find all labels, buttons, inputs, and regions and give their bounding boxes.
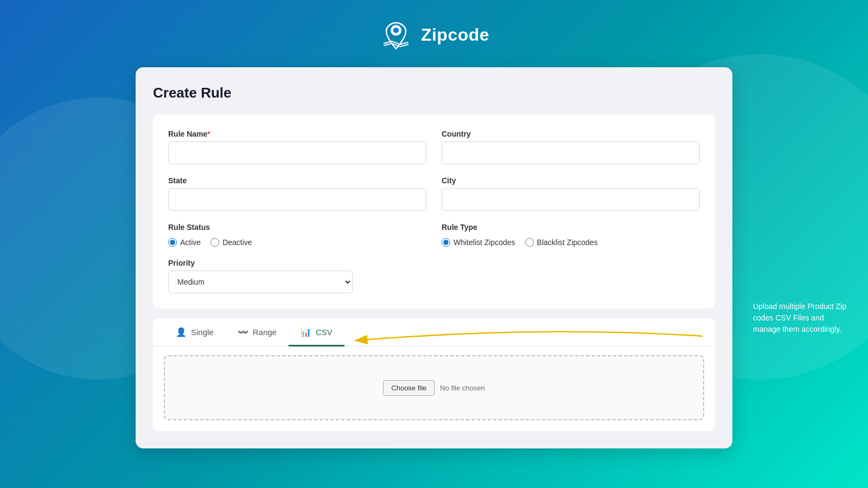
form-row-1: Rule Name* Country	[168, 130, 700, 164]
rule-status-group: Rule Status Active Deactive	[168, 223, 426, 247]
upload-area: Choose file No file chosen	[164, 355, 704, 420]
tab-range[interactable]: 〰️ Range	[226, 318, 289, 346]
form-row-2: State City	[168, 176, 700, 211]
city-input[interactable]	[442, 188, 700, 211]
annotation-text: Upload multiple Product Zip codes CSV Fi…	[753, 301, 851, 335]
city-label: City	[442, 176, 700, 185]
range-icon: 〰️	[238, 327, 248, 337]
priority-label: Priority	[168, 259, 353, 267]
city-group: City	[442, 176, 700, 211]
annotation-container: Upload multiple Product Zip codes CSV Fi…	[753, 301, 851, 335]
page-title: Create Rule	[153, 85, 715, 101]
app-title: Zipcode	[421, 25, 489, 45]
state-input[interactable]	[168, 188, 426, 211]
rule-type-radio-group: Whitelist Zipcodes Blacklist Zipcodes	[442, 238, 700, 247]
rule-name-input[interactable]	[168, 142, 426, 164]
rule-status-label: Rule Status	[168, 223, 426, 232]
file-input-wrapper: Choose file No file chosen	[383, 380, 484, 396]
rule-type-group: Rule Type Whitelist Zipcodes Blacklist Z…	[442, 223, 700, 247]
csv-icon: 📊	[301, 327, 311, 337]
single-icon: 👤	[176, 327, 187, 337]
priority-group: Priority Low Medium High	[168, 259, 353, 293]
form-row-4: Priority Low Medium High	[168, 259, 700, 293]
rule-type-whitelist-radio[interactable]	[442, 238, 450, 247]
rule-status-deactive-radio[interactable]	[210, 238, 219, 247]
app-logo	[379, 17, 413, 52]
rule-name-group: Rule Name*	[168, 130, 426, 164]
main-card: Create Rule Rule Name* Country State Ci	[136, 67, 732, 448]
rule-status-active-radio[interactable]	[168, 238, 177, 247]
rule-status-deactive[interactable]: Deactive	[210, 238, 252, 247]
annotation-arrow	[328, 320, 708, 352]
form-section: Rule Name* Country State City Rule	[153, 114, 715, 309]
form-row-3: Rule Status Active Deactive Rule Type	[168, 223, 700, 247]
rule-type-blacklist[interactable]: Blacklist Zipcodes	[525, 238, 598, 247]
country-label: Country	[442, 130, 700, 138]
state-label: State	[168, 176, 426, 185]
rule-status-radio-group: Active Deactive	[168, 238, 426, 247]
tab-single[interactable]: 👤 Single	[164, 318, 226, 346]
priority-select[interactable]: Low Medium High	[168, 271, 353, 293]
rule-type-whitelist[interactable]: Whitelist Zipcodes	[442, 238, 515, 247]
country-group: Country	[442, 130, 700, 164]
country-input[interactable]	[442, 142, 700, 164]
choose-file-button[interactable]: Choose file	[383, 380, 435, 396]
rule-name-label: Rule Name*	[168, 130, 426, 138]
state-group: State	[168, 176, 426, 211]
app-header: Zipcode	[0, 0, 868, 67]
no-file-text: No file chosen	[440, 384, 484, 392]
rule-type-blacklist-radio[interactable]	[525, 238, 534, 247]
rule-status-active[interactable]: Active	[168, 238, 201, 247]
svg-point-1	[393, 28, 399, 33]
rule-type-label: Rule Type	[442, 223, 700, 232]
